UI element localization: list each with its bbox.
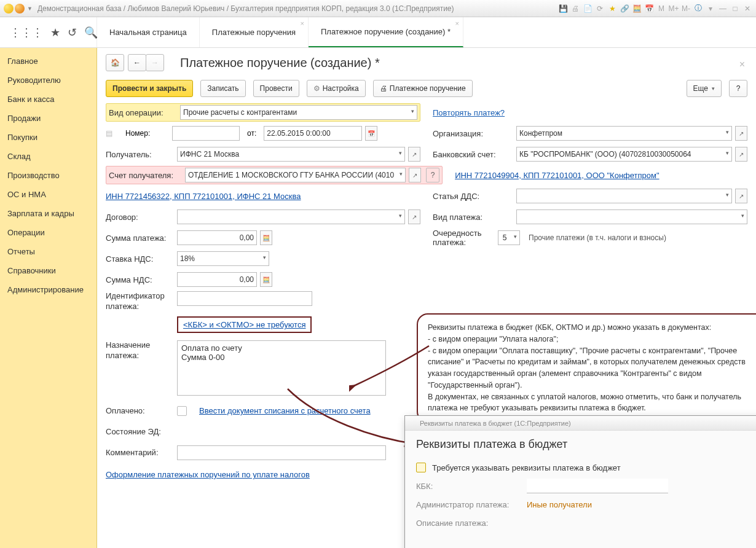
tab-payment-create[interactable]: Платежное поручение (создание) *× (309, 17, 463, 47)
calendar-picker-icon[interactable]: 📅 (365, 126, 377, 141)
date-label: от: (247, 129, 256, 138)
apps-icon[interactable]: ⋮⋮⋮ (10, 26, 43, 39)
save-button[interactable]: Записать (200, 80, 245, 97)
settings-button[interactable]: ⚙Настройка (307, 80, 366, 97)
vat-rate-input[interactable]: 18% (177, 251, 269, 266)
post-close-button[interactable]: Провести и закрыть (106, 80, 193, 97)
create-writeoff-link[interactable]: Ввести документ списания с расчетного сч… (199, 406, 371, 415)
action-toolbar: Провести и закрыть Записать Провести ⚙На… (97, 71, 756, 103)
sum-label: Сумма платежа: (106, 233, 173, 243)
recipient-details-link[interactable]: ИНН 7721456322, КПП 772101001, ИФНС 21 М… (106, 192, 301, 201)
dds-label: Статья ДДС: (433, 192, 513, 201)
sidebar-item-admin[interactable]: Администрирование (0, 280, 96, 299)
history-icon[interactable]: ↺ (68, 26, 77, 39)
payment-id-label: Идентификатор платежа: (106, 291, 173, 312)
purpose-textarea[interactable]: Оплата по счету Сумма 0-00 (177, 340, 386, 396)
require-budget-checkbox[interactable] (416, 463, 426, 472)
sidebar-item-operations[interactable]: Операции (0, 223, 96, 242)
organization-label: Организация: (433, 129, 513, 138)
date-input[interactable]: 22.05.2015 0:00:00 (264, 126, 362, 141)
print-payment-button[interactable]: 🖨Платежное поручение (373, 80, 473, 97)
save-icon[interactable]: 💾 (558, 4, 568, 14)
titlebar: ▼ Демонстрационная база / Любимов Валери… (0, 0, 756, 17)
post-button[interactable]: Провести (253, 80, 299, 97)
open-ref-icon[interactable]: ↗ (735, 126, 747, 141)
pay-type-input[interactable] (516, 209, 747, 224)
sidebar-item-catalogs[interactable]: Справочники (0, 261, 96, 280)
sidebar-item-warehouse[interactable]: Склад (0, 147, 96, 166)
comment-label: Комментарий: (106, 448, 173, 457)
close-icon[interactable]: × (455, 20, 459, 27)
titlebar-dropdown-icon[interactable]: ▼ (27, 6, 33, 12)
sidebar-item-main[interactable]: Главное (0, 52, 96, 71)
sidebar-item-bank[interactable]: Банк и касса (0, 90, 96, 109)
priority-note: Прочие платежи (в т.ч. налоги и взносы) (529, 233, 666, 242)
paid-checkbox[interactable] (177, 406, 187, 416)
close-window-icon[interactable]: ✕ (742, 4, 752, 14)
document-nav-toolbar: 🏠 ← → Платежное поручение (создание) * (97, 48, 756, 71)
admin-label: Администратор платежа: (416, 500, 521, 509)
calendar-icon[interactable]: 📅 (644, 4, 654, 14)
close-icon[interactable]: × (301, 20, 304, 27)
require-budget-label: Требуется указывать реквизиты платежа в … (432, 463, 621, 472)
info-icon[interactable]: ⓘ (693, 4, 703, 14)
refresh-icon[interactable]: ⟳ (595, 4, 605, 14)
help-button[interactable]: ? (729, 80, 747, 97)
maximize-icon[interactable]: □ (730, 4, 740, 14)
operation-type-label: Вид операции: (109, 108, 176, 117)
search-icon[interactable]: 🔍 (84, 26, 98, 39)
close-document-icon[interactable]: × (739, 59, 745, 70)
operation-type-select[interactable]: Прочие расчеты с контрагентами (180, 105, 417, 120)
sidebar-item-reports[interactable]: Отчеты (0, 242, 96, 261)
more-button[interactable]: Еще (687, 80, 722, 97)
link-icon[interactable]: 🔗 (620, 4, 629, 14)
tax-payment-help-link[interactable]: Оформление платежных поручений по уплате… (106, 470, 310, 479)
priority-input[interactable]: 5 (498, 230, 520, 245)
org-details-link[interactable]: ИНН 7721049904, КПП 772101001, ООО "Конф… (455, 171, 659, 180)
kbk-oktmo-link[interactable]: <КБК> и <ОКТМО> не требуются (183, 320, 305, 329)
comment-input[interactable] (177, 445, 386, 460)
contract-input[interactable] (177, 209, 405, 224)
repeat-payment-link[interactable]: Повторять платеж? (433, 108, 505, 117)
tab-payments[interactable]: Платежные поручения× (200, 17, 309, 47)
open-ref-icon[interactable]: ↗ (408, 209, 420, 224)
vat-sum-input[interactable]: 0,00 (177, 272, 257, 287)
doc-icon[interactable]: 📄 (583, 4, 593, 14)
doc-status-icon: ▤ (106, 129, 122, 138)
number-input[interactable] (172, 126, 240, 141)
favorite-icon[interactable]: ★ (50, 26, 60, 39)
sidebar-item-production[interactable]: Производство (0, 166, 96, 185)
calc-icon[interactable]: 🧮 (632, 4, 642, 14)
star-icon[interactable]: ★ (607, 4, 617, 14)
sidebar-item-manager[interactable]: Руководителю (0, 71, 96, 90)
sidebar-item-assets[interactable]: ОС и НМА (0, 185, 96, 204)
open-ref-icon[interactable]: ↗ (735, 147, 747, 162)
forward-button[interactable]: → (146, 54, 164, 71)
home-button[interactable]: 🏠 (106, 54, 124, 71)
open-ref-icon[interactable]: ↗ (409, 168, 421, 182)
bank-account-input[interactable]: КБ "РОСПРОМБАНК" (ООО) (4070281003005006… (516, 147, 732, 162)
recipient-account-input[interactable]: ОТДЕЛЕНИЕ 1 МОСКОВСКОГО ГТУ БАНКА РОССИИ… (185, 168, 406, 182)
sidebar-item-salary[interactable]: Зарплата и кадры (0, 204, 96, 223)
sidebar-item-purchases[interactable]: Покупки (0, 128, 96, 147)
organization-input[interactable]: Конфетпром (516, 126, 732, 141)
back-button[interactable]: ← (128, 54, 146, 71)
content-area: × 🏠 ← → Платежное поручение (создание) *… (97, 48, 756, 548)
minimize-icon[interactable]: — (718, 4, 728, 14)
sidebar-item-sales[interactable]: Продажи (0, 109, 96, 128)
calc-icon[interactable]: 🧮 (260, 272, 272, 287)
open-ref-icon[interactable]: ↗ (408, 147, 420, 162)
help-icon[interactable]: ? (426, 168, 439, 182)
print-icon[interactable]: 🖨 (570, 4, 580, 14)
sum-input[interactable]: 0,00 (177, 230, 257, 245)
tab-home[interactable]: Начальная страница (97, 17, 200, 47)
recipient-account-label: Счет получателя: (109, 171, 181, 180)
info-dd-icon[interactable]: ▾ (706, 4, 715, 14)
open-ref-icon[interactable]: ↗ (735, 189, 747, 203)
dds-input[interactable] (516, 189, 732, 203)
recipient-input[interactable]: ИФНС 21 Москва (177, 147, 405, 162)
dialog-title: Реквизиты платежа в бюджет (1С:Предприят… (420, 420, 571, 427)
payment-id-input[interactable] (177, 291, 312, 306)
kbk-input[interactable] (527, 479, 668, 493)
calc-icon[interactable]: 🧮 (260, 230, 272, 245)
